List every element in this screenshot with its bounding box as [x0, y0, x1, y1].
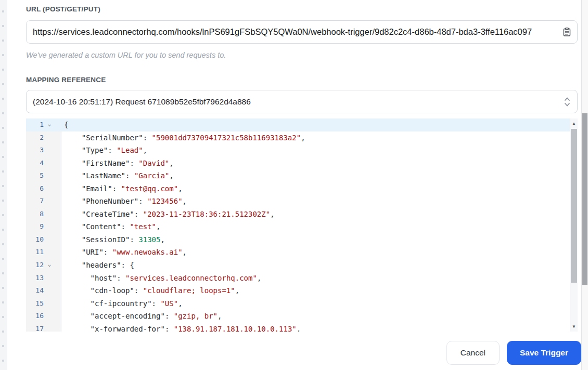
fold-spacer: [44, 182, 55, 195]
code-line-text: "x-forwarded-for": "138.91.187.181,10.10…: [61, 323, 570, 332]
code-line: 13 "host": "services.leadconnectorhq.com…: [26, 272, 570, 285]
fold-spacer: [44, 272, 55, 285]
webhook-url-input[interactable]: https://services.leadconnectorhq.com/hoo…: [26, 20, 578, 44]
code-line: 3 "Type": "Lead",: [26, 144, 570, 157]
code-line-text: "SessionID": 31305,: [61, 233, 570, 246]
fold-spacer: [44, 131, 55, 144]
url-label: URL (POST/GET/PUT): [26, 5, 100, 13]
line-number: 1: [26, 118, 44, 131]
code-line-text: "PhoneNumber": "123456",: [61, 195, 570, 208]
fold-spacer: [44, 157, 55, 170]
code-line-text: "FirstName": "David",: [61, 157, 570, 170]
editor-scrollbar[interactable]: ▲ ▼: [570, 118, 578, 332]
fold-toggle-icon[interactable]: ⌄: [44, 118, 55, 131]
code-line: 8 "CreateTime": "2023-11-23T18:36:21.512…: [26, 208, 570, 221]
code-line-text: "CreateTime": "2023-11-23T18:36:21.51230…: [61, 208, 570, 221]
fold-toggle-icon[interactable]: ⌄: [44, 259, 55, 272]
fold-spacer: [44, 208, 55, 221]
page-scrollbar-thumb[interactable]: [582, 113, 587, 285]
mapping-reference-label: MAPPING REFERENCE: [26, 76, 106, 84]
footer-actions: Cancel Save Trigger: [446, 341, 581, 365]
code-line: 9 "Content": "test",: [26, 220, 570, 233]
fold-spacer: [44, 233, 55, 246]
line-number: 4: [26, 157, 44, 170]
cancel-button[interactable]: Cancel: [446, 341, 500, 365]
code-line-text: "URI": "www.newoaks.ai",: [61, 246, 570, 259]
code-line: 6 "Email": "test@qq.com",: [26, 182, 570, 195]
code-line: 4 "FirstName": "David",: [26, 157, 570, 170]
page-scrollbar[interactable]: [581, 0, 588, 370]
fold-spacer: [44, 169, 55, 182]
line-number: 14: [26, 284, 44, 297]
code-line: 2 "SerialNumber": "59001dd73709417321c58…: [26, 131, 570, 144]
json-code-editor[interactable]: 1⌄{2 "SerialNumber": "59001dd73709417321…: [26, 118, 578, 332]
code-line: 16 "accept-encoding": "gzip, br",: [26, 310, 570, 323]
fold-spacer: [44, 297, 55, 310]
line-number: 12: [26, 259, 44, 272]
fold-spacer: [44, 284, 55, 297]
code-line: 12⌄ "headers": {: [26, 259, 570, 272]
url-helper-text: We've generated a custom URL for you to …: [26, 51, 226, 59]
code-line: 1⌄{: [26, 118, 570, 131]
fold-spacer: [44, 246, 55, 259]
copy-to-clipboard-icon[interactable]: [563, 28, 571, 36]
code-line-text: "Content": "test",: [61, 220, 570, 233]
scroll-down-arrow-icon[interactable]: ▼: [570, 323, 578, 331]
editor-lines: 1⌄{2 "SerialNumber": "59001dd73709417321…: [26, 118, 570, 332]
fold-spacer: [44, 323, 55, 332]
line-number: 6: [26, 182, 44, 195]
line-number: 10: [26, 233, 44, 246]
line-number: 13: [26, 272, 44, 285]
scroll-up-arrow-icon[interactable]: ▲: [570, 120, 578, 127]
mapping-reference-select[interactable]: (2024-10-16 20:51:17) Request 671089b52e…: [26, 90, 578, 113]
save-trigger-button[interactable]: Save Trigger: [507, 341, 581, 365]
chevron-up-down-icon: [564, 96, 571, 108]
fold-spacer: [44, 220, 55, 233]
fold-spacer: [44, 195, 55, 208]
line-number: 3: [26, 144, 44, 157]
canvas-dots-background: [0, 0, 7, 370]
line-number: 15: [26, 297, 44, 310]
line-number: 2: [26, 131, 44, 144]
code-line: 10 "SessionID": 31305,: [26, 233, 570, 246]
line-number: 17: [26, 323, 44, 332]
line-number: 7: [26, 195, 44, 208]
code-line-text: "SerialNumber": "59001dd73709417321c58b1…: [61, 131, 570, 144]
code-line-text: "host": "services.leadconnectorhq.com",: [61, 272, 570, 285]
line-number: 16: [26, 310, 44, 323]
code-line-text: "cf-ipcountry": "US",: [61, 297, 570, 310]
code-line: 11 "URI": "www.newoaks.ai",: [26, 246, 570, 259]
code-line-text: "cdn-loop": "cloudflare; loops=1",: [61, 284, 570, 297]
code-line-text: "accept-encoding": "gzip, br",: [61, 310, 570, 323]
editor-scrollbar-thumb[interactable]: [571, 129, 577, 283]
code-line-text: "LastName": "Garcia",: [61, 169, 570, 182]
code-line: 7 "PhoneNumber": "123456",: [26, 195, 570, 208]
fold-spacer: [44, 144, 55, 157]
line-number: 11: [26, 246, 44, 259]
mapping-selected-value: (2024-10-16 20:51:17) Request 671089b52e…: [33, 97, 564, 107]
line-number: 5: [26, 169, 44, 182]
code-line-text: "Email": "test@qq.com",: [61, 182, 570, 195]
code-line-text: "Type": "Lead",: [61, 144, 570, 157]
code-line: 14 "cdn-loop": "cloudflare; loops=1",: [26, 284, 570, 297]
code-line: 5 "LastName": "Garcia",: [26, 169, 570, 182]
code-line: 15 "cf-ipcountry": "US",: [26, 297, 570, 310]
line-number: 8: [26, 208, 44, 221]
webhook-url-value: https://services.leadconnectorhq.com/hoo…: [33, 27, 566, 37]
fold-spacer: [44, 310, 55, 323]
code-line-text: {: [61, 118, 570, 131]
code-line-text: "headers": {: [61, 259, 570, 272]
code-line: 17 "x-forwarded-for": "138.91.187.181,10…: [26, 323, 570, 332]
line-number: 9: [26, 220, 44, 233]
